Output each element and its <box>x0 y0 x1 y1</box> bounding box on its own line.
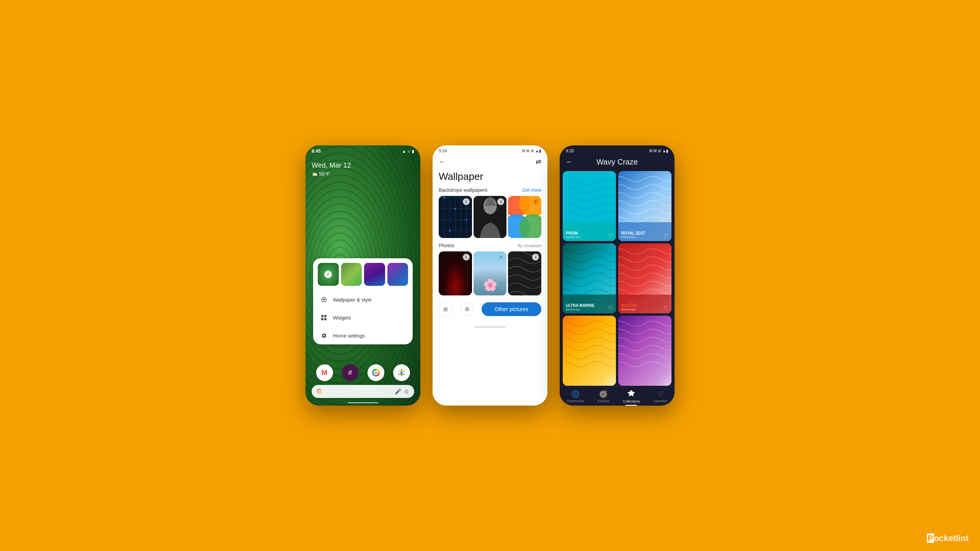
gmail-letter: M <box>322 369 327 377</box>
collection-item-6[interactable] <box>618 316 671 386</box>
backdrops-title: Backdrops wallpapers <box>439 187 487 193</box>
wallpaper-previews <box>313 258 413 290</box>
bottom-nav: 🌐 Community 🧭 Explore Collections <box>560 386 675 406</box>
backdrop-2[interactable]: ℹ <box>474 196 507 238</box>
phone2-nav: ← ⇌ <box>433 156 547 169</box>
backdrop-1-info[interactable]: ℹ <box>463 198 470 205</box>
royal-zest-name: ROYAL ZEST <box>621 231 645 235</box>
menu-item-wallpaper[interactable]: Wallpaper & style <box>313 291 413 308</box>
wallpaper-icon <box>320 296 328 303</box>
explore-icon: 🧭 <box>599 390 608 398</box>
prism-sub: Backdrops <box>566 235 580 239</box>
pocketlint-watermark: Pocketlint <box>927 533 969 543</box>
lens-icon[interactable]: ⊙ <box>404 388 409 395</box>
phone2-signal-icon: M M ⚙ <box>522 149 534 153</box>
prism-heart-button[interactable]: ♡ <box>608 233 613 239</box>
watermark-p: P <box>927 533 934 543</box>
svg-rect-6 <box>321 315 323 317</box>
photo-1[interactable]: ℹ <box>439 251 472 295</box>
phone3-status-icons: M M ⚙ ▲▮ <box>649 149 668 153</box>
home-indicator <box>348 402 378 403</box>
svg-point-29 <box>454 208 456 209</box>
chrome-app-icon[interactable] <box>368 364 384 381</box>
ultra-marine-name: ULTRA MARINE <box>566 303 595 308</box>
google-g-icon: G <box>317 388 322 395</box>
collection-royal-zest[interactable]: ROYAL ZEST Backdrops ♡ <box>618 171 671 241</box>
svg-point-30 <box>466 219 467 220</box>
mic-icon[interactable]: 🎤 <box>395 388 401 395</box>
nav-favorites[interactable]: ♡ Favorites <box>653 390 668 403</box>
wallpaper-preview-3[interactable] <box>364 263 385 286</box>
settings-toolbar-button[interactable]: ⚙ <box>460 302 474 316</box>
photos-section: Photos By Unsplash ℹ ℹ <box>433 243 547 295</box>
dock-area: M # <box>305 364 420 398</box>
nav-explore[interactable]: 🧭 Explore <box>598 390 609 403</box>
nav-collections[interactable]: Collections <box>623 389 640 403</box>
blazed-name: BLAZED <box>621 303 637 308</box>
wallpaper-preview-1[interactable] <box>318 263 339 286</box>
royal-zest-sub: Backdrops <box>621 235 645 239</box>
blazed-label: BLAZED Backdrops ♡ <box>618 301 671 313</box>
phone3-carrier-icons: M M ⚙ <box>649 149 661 153</box>
backdrop-1[interactable]: ℹ <box>439 196 472 238</box>
ar-button[interactable]: ⊞ <box>439 302 452 316</box>
phone2-time: 9:24 <box>439 148 447 153</box>
battery-icon: ▮ <box>412 149 414 154</box>
menu-item-widgets[interactable]: Widgets <box>313 309 413 326</box>
favorites-icon: ♡ <box>658 390 664 398</box>
prism-name: PRISM <box>566 231 580 235</box>
collection-blazed[interactable]: BLAZED Backdrops ♡ <box>618 243 671 313</box>
royal-zest-heart-button[interactable]: ♡ <box>663 233 668 239</box>
blazed-heart-button[interactable]: ♡ <box>663 305 668 311</box>
phone1-info: Wed, Mar 12 ⛅ 56°F <box>305 157 420 181</box>
back-button[interactable]: ← <box>439 158 446 166</box>
favorites-label: Favorites <box>653 399 668 403</box>
phone3-screen: 9:25 M M ⚙ ▲▮ ← Wavy Craze <box>560 145 675 406</box>
indicator-line <box>475 326 505 328</box>
phone1-time: 8:45 <box>312 148 321 154</box>
slack-app-icon[interactable]: # <box>342 364 359 381</box>
svg-point-1 <box>323 299 325 301</box>
phone3-signal-icons: ▲▮ <box>662 149 668 153</box>
phone3-time: 9:25 <box>566 148 574 153</box>
nav-community[interactable]: 🌐 Community <box>567 390 584 403</box>
widgets-label: Widgets <box>333 315 351 321</box>
phone3-back-button[interactable]: ← <box>566 158 573 166</box>
collections-icon <box>627 389 635 399</box>
photos-by: By Unsplash <box>518 243 541 248</box>
blazed-sub: Backdrops <box>621 308 637 311</box>
menu-item-home-settings[interactable]: Home settings <box>313 327 413 344</box>
signal-icon: ▲ <box>402 149 406 153</box>
phone1-weather: ⛅ 56°F <box>312 171 414 177</box>
widgets-icon <box>320 314 328 321</box>
wallpaper-preview-4[interactable] <box>387 263 408 286</box>
shuffle-button[interactable]: ⇌ <box>536 158 541 166</box>
photo-2[interactable]: ℹ <box>474 251 507 295</box>
phone3-nav: ← Wavy Craze <box>560 156 675 170</box>
photo-1-info[interactable]: ℹ <box>463 254 470 261</box>
settings-icon <box>320 332 328 339</box>
collection-grid: PRISM Backdrops ♡ <box>560 170 675 386</box>
search-bar[interactable]: G 🎤 ⊙ <box>312 385 414 398</box>
phone2-wifi-icon: ▲▮ <box>535 149 541 153</box>
photo-3-info[interactable]: ℹ <box>532 254 539 261</box>
photo-3[interactable]: ℹ <box>508 251 541 295</box>
ultra-marine-label: ULTRA MARINE Backdrops ♡ <box>563 301 616 313</box>
wifi-icon: ⌾ <box>408 149 410 153</box>
backdrop-3-info[interactable]: ℹ <box>532 198 539 205</box>
get-more-link[interactable]: Get more <box>522 187 541 193</box>
phone3: 9:25 M M ⚙ ▲▮ ← Wavy Craze <box>560 145 675 406</box>
backdrop-3[interactable]: ℹ <box>508 196 541 238</box>
photos-app-icon[interactable] <box>393 364 410 381</box>
community-icon: 🌐 <box>571 390 580 398</box>
collection-item-5[interactable] <box>563 316 616 386</box>
ultra-marine-heart-button[interactable]: ♡ <box>608 305 613 311</box>
collection-prism[interactable]: PRISM Backdrops ♡ <box>563 171 616 241</box>
other-pictures-button[interactable]: Other pictures <box>482 302 541 316</box>
phones-container: 8:45 ▲ ⌾ ▮ Wed, Mar 12 ⛅ 56°F <box>305 145 675 406</box>
collection-ultra-marine[interactable]: ULTRA MARINE Backdrops ♡ <box>563 243 616 313</box>
phone2-status-icons: M M ⚙ ▲▮ <box>522 149 541 153</box>
svg-point-16 <box>400 372 403 374</box>
wallpaper-preview-2[interactable] <box>341 263 362 286</box>
gmail-app-icon[interactable]: M <box>316 364 333 381</box>
